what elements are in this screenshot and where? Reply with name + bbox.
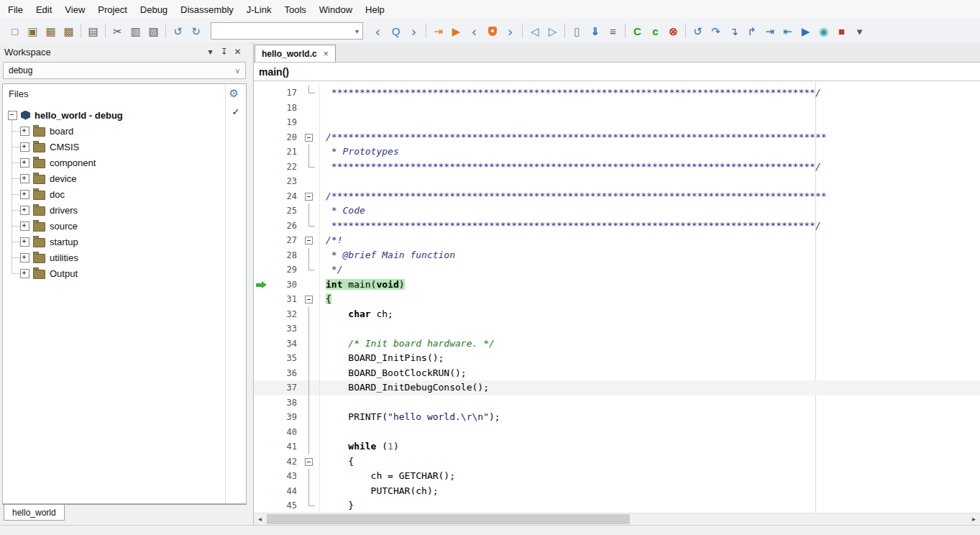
menu-help[interactable]: Help (359, 4, 391, 15)
breakpoint-gutter[interactable] (254, 366, 268, 381)
step-out-icon[interactable]: ↱ (743, 22, 761, 40)
code-text[interactable] (320, 321, 980, 337)
step-into-icon[interactable]: ↴ (725, 22, 743, 40)
code-text[interactable]: while (1) (320, 439, 980, 454)
menu-disassembly[interactable]: Disassembly (174, 4, 240, 15)
expand-icon[interactable] (20, 190, 29, 199)
menu-debug[interactable]: Debug (134, 4, 174, 15)
stop-build-icon[interactable]: ⊗ (664, 22, 682, 40)
breakpoint-gutter[interactable] (254, 425, 268, 440)
reset-icon[interactable]: ↺ (689, 22, 707, 40)
expand-icon[interactable] (20, 221, 29, 231)
scrollbar-thumb[interactable] (267, 514, 630, 524)
code-text[interactable] (320, 101, 980, 116)
tree-item-doc[interactable]: doc (3, 186, 225, 202)
tree-item-project-root[interactable]: hello_world - debug (3, 107, 225, 123)
goto-icon[interactable]: ⇥ (429, 22, 447, 40)
combo-dropdown-icon[interactable]: ▾ (352, 27, 362, 35)
prev-tab-icon[interactable]: ◁ (526, 22, 544, 40)
fold-box-icon[interactable] (305, 134, 313, 142)
download-icon[interactable]: ⇓ (586, 22, 604, 40)
tree-item-output[interactable]: Output (3, 265, 225, 281)
code-text[interactable] (320, 174, 980, 189)
next-tab-icon[interactable]: ▷ (544, 22, 562, 40)
run-to-cursor-icon[interactable]: ⇤ (779, 22, 797, 40)
code-text[interactable] (320, 115, 980, 130)
close-icon[interactable]: × (324, 49, 329, 59)
expand-icon[interactable] (20, 158, 29, 168)
breakpoint-gutter[interactable] (254, 498, 268, 513)
code-text[interactable]: /*! (320, 233, 980, 248)
breakpoint-gutter[interactable] (254, 262, 268, 278)
tree-item-startup[interactable]: startup (3, 234, 225, 250)
expand-icon[interactable] (20, 269, 29, 278)
code-text[interactable] (320, 425, 980, 440)
function-navigation-bar[interactable]: main() (254, 63, 980, 81)
code-text[interactable]: BOARD_InitPins(); (320, 351, 980, 366)
print-icon[interactable]: ▤ (84, 22, 102, 40)
tree-item-cmsis[interactable]: CMSIS (3, 139, 225, 155)
toggle-bookmark-icon[interactable]: ▶ (447, 22, 465, 40)
prev-bookmark-icon[interactable]: ‹ (465, 22, 483, 40)
toolbar-more-icon[interactable]: ▾ (851, 22, 869, 40)
tree-item-utilities[interactable]: utilities (3, 250, 225, 265)
breakpoint-gutter[interactable] (254, 307, 268, 322)
code-text[interactable]: ****************************************… (320, 86, 980, 101)
copy-icon[interactable]: ▥ (127, 22, 145, 40)
code-text[interactable]: PRINTF("hello world.\r\n"); (320, 410, 980, 425)
breakpoint-gutter[interactable] (254, 439, 268, 454)
scrollbar-track[interactable] (266, 513, 968, 526)
nav-back-icon[interactable]: ‹ (369, 22, 387, 40)
nav-forward-icon[interactable]: › (405, 22, 423, 40)
toggle-breakpoint-icon[interactable] (483, 22, 501, 40)
breakpoint-gutter[interactable] (254, 292, 268, 307)
breakpoint-gutter[interactable] (254, 337, 268, 352)
tree-item-device[interactable]: device (3, 170, 225, 186)
fold-box-icon[interactable] (305, 458, 313, 466)
menu-j-link[interactable]: J-Link (240, 4, 278, 15)
code-text[interactable]: int main(void) (320, 278, 980, 293)
debug-without-download-icon[interactable]: c (646, 22, 664, 40)
code-text[interactable]: * Code (320, 204, 980, 219)
breakpoint-gutter[interactable] (254, 410, 268, 425)
fold-box-icon[interactable] (305, 193, 313, 201)
breakpoint-gutter[interactable] (254, 86, 268, 101)
breakpoint-gutter[interactable] (254, 469, 268, 484)
configuration-select[interactable]: debug ∨ (3, 62, 246, 79)
save-all-icon[interactable]: ▩ (60, 22, 78, 40)
menu-edit[interactable]: Edit (29, 4, 58, 15)
dropdown-icon[interactable]: ▾ (203, 47, 217, 57)
breakpoint-gutter[interactable] (254, 101, 268, 116)
pin-icon[interactable]: ↧ (217, 47, 231, 57)
undo-icon[interactable]: ↺ (169, 22, 187, 40)
breakpoint-gutter[interactable] (254, 145, 268, 160)
make-icon[interactable]: ≡ (604, 22, 622, 40)
breakpoint-gutter[interactable] (254, 454, 268, 470)
code-text[interactable]: BOARD_InitDebugConsole(); (320, 380, 980, 395)
code-text[interactable]: ****************************************… (320, 219, 980, 234)
code-text[interactable]: { (320, 292, 980, 307)
code-text[interactable]: * Prototypes (320, 145, 980, 160)
save-icon[interactable]: ▦ (42, 22, 60, 40)
paste-icon[interactable]: ▧ (145, 22, 162, 40)
breakpoint-gutter[interactable] (254, 130, 268, 145)
go-icon[interactable]: ▶ (797, 22, 815, 40)
tree-item-source[interactable]: source (3, 218, 225, 234)
code-text[interactable]: /***************************************… (320, 130, 980, 145)
scroll-left-icon[interactable]: ◂ (254, 513, 266, 525)
editor-tab-hello-world-c[interactable]: hello_world.c × (255, 45, 336, 62)
breakpoint-gutter[interactable] (254, 321, 268, 337)
step-over-icon[interactable]: ↷ (707, 22, 725, 40)
expand-icon[interactable] (20, 253, 29, 262)
breakpoint-gutter[interactable] (254, 233, 268, 248)
compile-icon[interactable]: ▯ (568, 22, 586, 40)
break-icon[interactable]: ◉ (815, 22, 833, 40)
breakpoint-gutter[interactable] (254, 380, 268, 395)
find-combo-input[interactable] (211, 24, 352, 37)
tree-item-drivers[interactable]: drivers (3, 202, 225, 218)
redo-icon[interactable]: ↻ (187, 22, 205, 40)
code-text[interactable]: ****************************************… (320, 160, 980, 175)
expand-icon[interactable] (20, 206, 29, 215)
close-icon[interactable]: ✕ (231, 47, 244, 57)
menu-tools[interactable]: Tools (278, 4, 312, 15)
